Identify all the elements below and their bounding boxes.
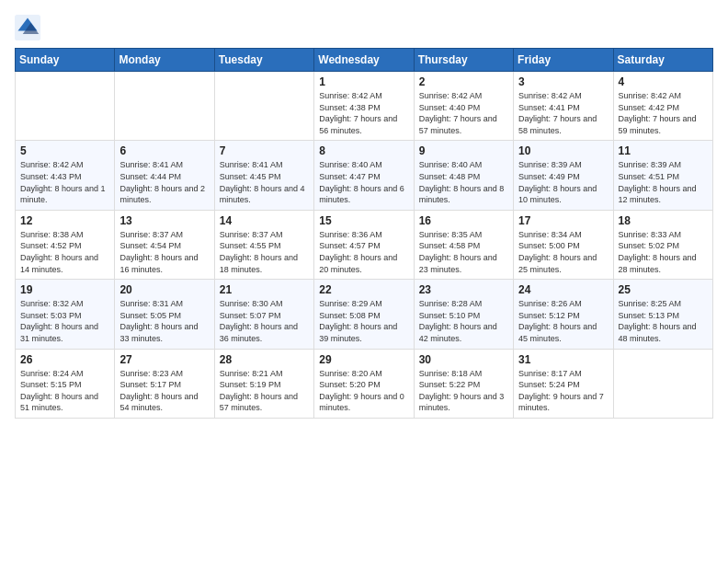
calendar-cell: 27Sunrise: 8:23 AM Sunset: 5:17 PM Dayli… <box>115 349 214 418</box>
calendar-cell: 8Sunrise: 8:40 AM Sunset: 4:47 PM Daylig… <box>314 141 414 210</box>
calendar-table: SundayMondayTuesdayWednesdayThursdayFrid… <box>15 48 713 419</box>
day-number: 23 <box>419 283 508 296</box>
calendar-cell: 10Sunrise: 8:39 AM Sunset: 4:49 PM Dayli… <box>514 141 613 210</box>
calendar-cell: 15Sunrise: 8:36 AM Sunset: 4:57 PM Dayli… <box>314 210 414 279</box>
day-number: 25 <box>619 283 708 296</box>
calendar-cell: 4Sunrise: 8:42 AM Sunset: 4:42 PM Daylig… <box>613 72 712 141</box>
day-number: 27 <box>119 353 209 366</box>
calendar-cell: 2Sunrise: 8:42 AM Sunset: 4:40 PM Daylig… <box>414 72 513 141</box>
day-header-thursday: Thursday <box>414 49 513 72</box>
day-number: 16 <box>419 214 508 227</box>
day-number: 13 <box>119 214 209 227</box>
calendar-cell <box>16 72 115 141</box>
day-number: 26 <box>20 353 109 366</box>
calendar-cell: 28Sunrise: 8:21 AM Sunset: 5:19 PM Dayli… <box>214 349 313 418</box>
day-number: 19 <box>20 283 109 296</box>
day-number: 18 <box>619 214 708 227</box>
day-number: 3 <box>518 75 608 88</box>
logo <box>15 15 44 40</box>
day-number: 11 <box>619 144 708 157</box>
calendar-cell: 14Sunrise: 8:37 AM Sunset: 4:55 PM Dayli… <box>214 210 313 279</box>
calendar-cell <box>613 349 712 418</box>
calendar-cell: 31Sunrise: 8:17 AM Sunset: 5:24 PM Dayli… <box>514 349 613 418</box>
day-number: 30 <box>419 353 508 366</box>
calendar-cell: 16Sunrise: 8:35 AM Sunset: 4:58 PM Dayli… <box>414 210 513 279</box>
day-number: 7 <box>220 144 309 157</box>
day-info: Sunrise: 8:39 AM Sunset: 4:51 PM Dayligh… <box>619 159 708 205</box>
calendar-cell: 11Sunrise: 8:39 AM Sunset: 4:51 PM Dayli… <box>613 141 712 210</box>
day-info: Sunrise: 8:26 AM Sunset: 5:12 PM Dayligh… <box>518 298 608 344</box>
calendar-cell <box>115 72 214 141</box>
calendar-cell: 22Sunrise: 8:29 AM Sunset: 5:08 PM Dayli… <box>314 280 414 349</box>
day-info: Sunrise: 8:18 AM Sunset: 5:22 PM Dayligh… <box>419 368 508 414</box>
day-number: 21 <box>220 283 309 296</box>
day-header-tuesday: Tuesday <box>214 49 313 72</box>
calendar-cell: 24Sunrise: 8:26 AM Sunset: 5:12 PM Dayli… <box>514 280 613 349</box>
day-info: Sunrise: 8:40 AM Sunset: 4:47 PM Dayligh… <box>319 159 408 205</box>
day-info: Sunrise: 8:38 AM Sunset: 4:52 PM Dayligh… <box>20 229 109 275</box>
day-number: 24 <box>518 283 608 296</box>
day-number: 15 <box>319 214 408 227</box>
calendar-cell: 29Sunrise: 8:20 AM Sunset: 5:20 PM Dayli… <box>314 349 414 418</box>
day-info: Sunrise: 8:37 AM Sunset: 4:54 PM Dayligh… <box>119 229 209 275</box>
day-number: 5 <box>20 144 109 157</box>
day-info: Sunrise: 8:41 AM Sunset: 4:45 PM Dayligh… <box>220 159 309 205</box>
day-number: 6 <box>119 144 209 157</box>
day-number: 14 <box>220 214 309 227</box>
day-info: Sunrise: 8:32 AM Sunset: 5:03 PM Dayligh… <box>20 298 109 344</box>
day-header-saturday: Saturday <box>613 49 712 72</box>
calendar-cell: 17Sunrise: 8:34 AM Sunset: 5:00 PM Dayli… <box>514 210 613 279</box>
day-number: 29 <box>319 353 408 366</box>
day-info: Sunrise: 8:34 AM Sunset: 5:00 PM Dayligh… <box>518 229 608 275</box>
day-header-monday: Monday <box>115 49 214 72</box>
day-info: Sunrise: 8:21 AM Sunset: 5:19 PM Dayligh… <box>220 368 309 414</box>
day-info: Sunrise: 8:42 AM Sunset: 4:42 PM Dayligh… <box>619 90 708 136</box>
day-info: Sunrise: 8:17 AM Sunset: 5:24 PM Dayligh… <box>518 368 608 414</box>
day-info: Sunrise: 8:23 AM Sunset: 5:17 PM Dayligh… <box>119 368 209 414</box>
day-info: Sunrise: 8:40 AM Sunset: 4:48 PM Dayligh… <box>419 159 508 205</box>
day-header-wednesday: Wednesday <box>314 49 414 72</box>
day-info: Sunrise: 8:37 AM Sunset: 4:55 PM Dayligh… <box>220 229 309 275</box>
day-number: 9 <box>419 144 508 157</box>
day-info: Sunrise: 8:20 AM Sunset: 5:20 PM Dayligh… <box>319 368 408 414</box>
day-number: 20 <box>119 283 209 296</box>
day-info: Sunrise: 8:39 AM Sunset: 4:49 PM Dayligh… <box>518 159 608 205</box>
day-info: Sunrise: 8:41 AM Sunset: 4:44 PM Dayligh… <box>119 159 209 205</box>
calendar-cell: 26Sunrise: 8:24 AM Sunset: 5:15 PM Dayli… <box>16 349 115 418</box>
day-info: Sunrise: 8:42 AM Sunset: 4:38 PM Dayligh… <box>319 90 408 136</box>
day-info: Sunrise: 8:28 AM Sunset: 5:10 PM Dayligh… <box>419 298 508 344</box>
day-number: 8 <box>319 144 408 157</box>
day-number: 12 <box>20 214 109 227</box>
day-number: 2 <box>419 75 508 88</box>
day-header-friday: Friday <box>514 49 613 72</box>
day-number: 22 <box>319 283 408 296</box>
calendar-cell: 9Sunrise: 8:40 AM Sunset: 4:48 PM Daylig… <box>414 141 513 210</box>
calendar-cell: 6Sunrise: 8:41 AM Sunset: 4:44 PM Daylig… <box>115 141 214 210</box>
calendar-cell: 25Sunrise: 8:25 AM Sunset: 5:13 PM Dayli… <box>613 280 712 349</box>
calendar-cell: 18Sunrise: 8:33 AM Sunset: 5:02 PM Dayli… <box>613 210 712 279</box>
day-info: Sunrise: 8:29 AM Sunset: 5:08 PM Dayligh… <box>319 298 408 344</box>
day-info: Sunrise: 8:42 AM Sunset: 4:41 PM Dayligh… <box>518 90 608 136</box>
day-number: 1 <box>319 75 408 88</box>
day-info: Sunrise: 8:25 AM Sunset: 5:13 PM Dayligh… <box>619 298 708 344</box>
day-number: 4 <box>619 75 708 88</box>
day-info: Sunrise: 8:35 AM Sunset: 4:58 PM Dayligh… <box>419 229 508 275</box>
calendar-cell: 30Sunrise: 8:18 AM Sunset: 5:22 PM Dayli… <box>414 349 513 418</box>
logo-icon <box>15 15 40 40</box>
calendar-cell: 23Sunrise: 8:28 AM Sunset: 5:10 PM Dayli… <box>414 280 513 349</box>
day-number: 31 <box>518 353 608 366</box>
day-number: 17 <box>518 214 608 227</box>
calendar-cell: 19Sunrise: 8:32 AM Sunset: 5:03 PM Dayli… <box>16 280 115 349</box>
calendar-cell: 12Sunrise: 8:38 AM Sunset: 4:52 PM Dayli… <box>16 210 115 279</box>
day-info: Sunrise: 8:30 AM Sunset: 5:07 PM Dayligh… <box>220 298 309 344</box>
calendar-cell: 21Sunrise: 8:30 AM Sunset: 5:07 PM Dayli… <box>214 280 313 349</box>
day-info: Sunrise: 8:24 AM Sunset: 5:15 PM Dayligh… <box>20 368 109 414</box>
day-number: 28 <box>220 353 309 366</box>
calendar-cell: 1Sunrise: 8:42 AM Sunset: 4:38 PM Daylig… <box>314 72 414 141</box>
calendar-cell: 5Sunrise: 8:42 AM Sunset: 4:43 PM Daylig… <box>16 141 115 210</box>
day-info: Sunrise: 8:31 AM Sunset: 5:05 PM Dayligh… <box>119 298 209 344</box>
day-info: Sunrise: 8:33 AM Sunset: 5:02 PM Dayligh… <box>619 229 708 275</box>
calendar-cell: 20Sunrise: 8:31 AM Sunset: 5:05 PM Dayli… <box>115 280 214 349</box>
day-info: Sunrise: 8:42 AM Sunset: 4:43 PM Dayligh… <box>20 159 109 205</box>
calendar-cell: 3Sunrise: 8:42 AM Sunset: 4:41 PM Daylig… <box>514 72 613 141</box>
